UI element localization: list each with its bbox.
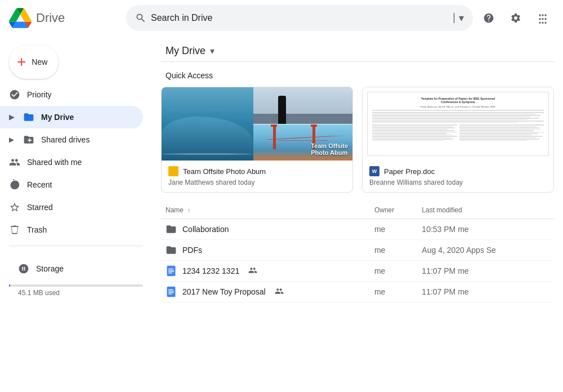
- ocean-photo: [162, 87, 253, 161]
- app-name: Drive: [36, 11, 65, 25]
- file-row-name: Collaboration: [166, 224, 365, 235]
- priority-icon: [9, 89, 20, 100]
- sidebar-item-trash[interactable]: Trash: [0, 219, 143, 241]
- main-content: + New Priority ▶ M: [0, 36, 563, 392]
- quick-card-name-text2: Paper Prep.doc: [384, 167, 435, 176]
- sidebar-divider: [9, 246, 143, 246]
- photo-collage: Team OffsitePhoto Abum: [162, 87, 352, 161]
- sidebar-item-label: Starred: [27, 203, 134, 212]
- search-icon: [135, 12, 146, 24]
- svg-rect-0: [167, 266, 176, 276]
- overlay-text: Team OffsitePhoto Abum: [311, 142, 348, 156]
- logo-area: Drive: [9, 7, 122, 29]
- file-modified: Aug 4, 2020 Apps Se: [417, 240, 554, 261]
- svg-rect-3: [168, 271, 174, 272]
- search-dropdown-arrow[interactable]: ▾: [459, 12, 464, 24]
- sidebar-item-recent[interactable]: Recent: [0, 173, 143, 196]
- quick-card-shared-text2: Breanne Williams shared today: [369, 179, 547, 186]
- svg-rect-6: [168, 289, 173, 290]
- storage-used-text: 45.1 MB used: [9, 289, 143, 297]
- sidebar-item-label: Shared with me: [27, 158, 134, 167]
- table-row[interactable]: PDFs me Aug 4, 2020 Apps Se: [161, 240, 554, 261]
- svg-rect-9: [168, 293, 172, 294]
- shared-drives-icon: [23, 134, 34, 145]
- storage-icon: [18, 263, 29, 274]
- sidebar-item-priority[interactable]: Priority: [0, 83, 143, 106]
- file-modified: 11:07 PM me: [417, 282, 554, 302]
- apps-icon: [537, 12, 548, 24]
- photo-right-col: Team OffsitePhoto Abum: [253, 87, 352, 161]
- sidebar-item-starred[interactable]: Starred: [0, 196, 143, 219]
- file-owner: me: [370, 261, 417, 282]
- recent-icon: [9, 179, 20, 190]
- shared-users-icon: [248, 266, 257, 277]
- help-button[interactable]: [477, 7, 500, 29]
- file-row-name: 1234 1232 1321: [166, 265, 365, 277]
- person-photo: [253, 87, 352, 124]
- svg-rect-1: [168, 269, 173, 269]
- quick-access-title: Quick Access: [161, 62, 554, 87]
- settings-button[interactable]: [504, 7, 527, 29]
- cursor-bar: [454, 13, 454, 23]
- file-name: 2017 New Toy Proposal: [182, 287, 266, 296]
- table-row[interactable]: 1234 1232 1321 me 11:07 PM me: [161, 261, 554, 282]
- file-modified: 10:53 PM me: [417, 219, 554, 240]
- file-table-body: Collaboration me 10:53 PM me: [161, 219, 554, 302]
- name-header[interactable]: Name ↑: [161, 202, 370, 219]
- team-offsite-thumb: Team OffsitePhoto Abum: [162, 87, 352, 161]
- sidebar-item-my-drive[interactable]: ▶ My Drive: [0, 106, 143, 128]
- plus-icon: +: [17, 54, 26, 70]
- quick-card-paper-prep[interactable]: Template for Preparation of Papers for I…: [362, 87, 554, 193]
- drive-logo: [9, 7, 32, 29]
- expand-icon: ▶: [9, 113, 14, 121]
- file-owner: me: [370, 219, 417, 240]
- sidebar-item-label: Shared drives: [41, 135, 134, 144]
- top-bar: Drive ▾: [0, 0, 563, 36]
- quick-card-footer-row2: W Paper Prep.doc: [369, 166, 547, 176]
- sidebar-item-label: My Drive: [41, 113, 134, 122]
- new-button[interactable]: + New: [9, 45, 59, 79]
- table-row[interactable]: 2017 New Toy Proposal me 11:07 PM me: [161, 282, 554, 302]
- search-input[interactable]: [151, 13, 449, 23]
- file-table: Name ↑ Owner Last modified: [161, 202, 554, 302]
- svg-rect-5: [167, 287, 176, 297]
- content-header: My Drive ▾: [161, 36, 554, 62]
- shared-with-me-icon: [9, 157, 20, 168]
- sidebar: + New Priority ▶ M: [0, 36, 152, 392]
- google-doc-icon: [166, 265, 177, 277]
- svg-rect-2: [168, 270, 174, 270]
- quick-access-grid: Team OffsitePhoto Abum Team Offsite Phot…: [161, 87, 554, 202]
- page-title: My Drive: [166, 45, 205, 57]
- file-owner: me: [370, 282, 417, 302]
- file-modified: 11:07 PM me: [417, 261, 554, 282]
- chevron-down-icon[interactable]: ▾: [210, 46, 215, 56]
- sort-asc-icon: ↑: [187, 207, 190, 213]
- file-name: 1234 1232 1321: [182, 266, 239, 275]
- sidebar-item-shared-drives[interactable]: ▶ Shared drives: [0, 128, 143, 151]
- last-modified-header: Last modified: [417, 202, 554, 219]
- file-name: PDFs: [182, 246, 202, 255]
- starred-icon: [9, 202, 20, 213]
- paper-prep-thumb: Template for Preparation of Papers for I…: [363, 87, 553, 161]
- gear-icon: [510, 12, 521, 24]
- quick-card-name-text: Team Offsite Photo Abum: [183, 167, 266, 176]
- expand-icon-shared: ▶: [9, 136, 14, 144]
- word-icon: W: [369, 166, 379, 176]
- sidebar-item-label: Priority: [27, 90, 134, 99]
- trash-icon: [9, 224, 20, 235]
- content-area: My Drive ▾ Quick Access: [152, 36, 563, 392]
- search-bar: ▾: [126, 5, 473, 31]
- quick-card-team-offsite[interactable]: Team OffsitePhoto Abum Team Offsite Phot…: [161, 87, 353, 193]
- sidebar-item-shared-with-me[interactable]: Shared with me: [0, 151, 143, 173]
- top-icons: [477, 7, 554, 29]
- team-offsite-footer: Team Offsite Photo Abum Jane Matthews sh…: [162, 161, 352, 192]
- apps-button[interactable]: [531, 7, 554, 29]
- file-row-name: PDFs: [166, 244, 365, 256]
- storage-item[interactable]: Storage: [9, 257, 134, 280]
- doc-preview: Template for Preparation of Papers for I…: [367, 92, 549, 156]
- table-row[interactable]: Collaboration me 10:53 PM me: [161, 219, 554, 240]
- file-table-header: Name ↑ Owner Last modified: [161, 202, 554, 219]
- svg-rect-8: [168, 292, 174, 293]
- shared-users-icon2: [275, 287, 284, 297]
- new-button-label: New: [32, 57, 47, 66]
